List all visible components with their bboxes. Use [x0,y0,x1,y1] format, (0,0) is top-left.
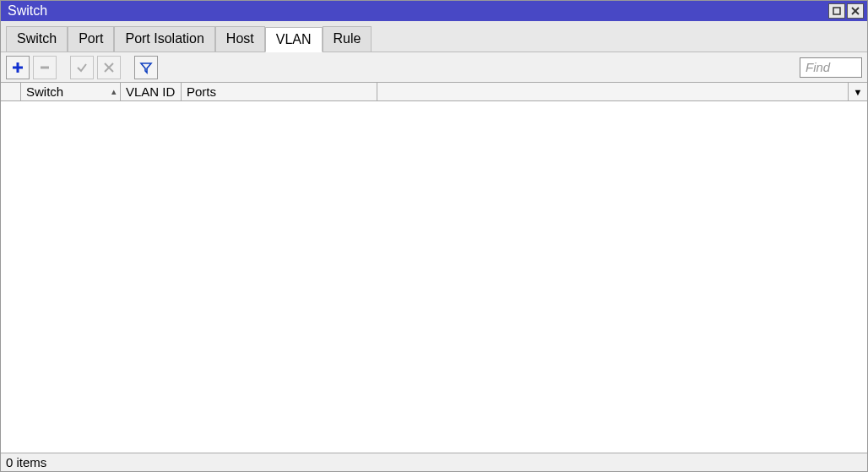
enable-button[interactable] [70,56,94,79]
table-body[interactable] [1,101,867,453]
filter-button[interactable] [134,56,158,79]
tab-label: Rule [334,31,361,46]
column-menu-button[interactable]: ▼ [849,83,867,100]
table-header: Switch ▴ VLAN ID Ports ▼ [1,83,867,101]
funnel-icon [139,61,153,74]
close-button[interactable] [847,3,864,19]
column-header-spacer[interactable] [377,83,849,100]
close-icon [850,6,860,16]
window: Switch Switch Port Port Isolation Host V… [0,0,868,472]
svg-rect-0 [833,8,840,14]
sort-indicator: ▴ [111,86,117,97]
status-bar: 0 items [1,453,867,471]
column-header-switch[interactable]: Switch ▴ [21,83,121,100]
window-title: Switch [8,3,827,19]
column-header-vlan-id[interactable]: VLAN ID [121,83,182,100]
titlebar: Switch [1,1,867,21]
find-input[interactable] [800,57,862,78]
tab-bar: Switch Port Port Isolation Host VLAN Rul… [1,21,867,52]
column-label: VLAN ID [126,84,175,99]
tab-switch[interactable]: Switch [6,26,68,52]
tab-label: Port [79,31,103,46]
add-button[interactable] [6,56,30,79]
minimize-icon [832,6,842,16]
tab-label: Port Isolation [125,31,203,46]
x-icon [102,61,116,74]
minimize-button[interactable] [828,3,845,19]
tab-vlan[interactable]: VLAN [265,27,323,52]
column-header-ports[interactable]: Ports [182,83,377,100]
toolbar [1,52,867,83]
tab-host[interactable]: Host [215,26,265,52]
plus-icon [11,61,24,74]
svg-marker-8 [141,63,151,73]
remove-button[interactable] [33,56,57,79]
tab-port-isolation[interactable]: Port Isolation [114,26,214,52]
chevron-down-icon: ▼ [854,87,863,97]
tab-port[interactable]: Port [68,26,114,52]
check-icon [75,61,89,74]
disable-button[interactable] [97,56,121,79]
tab-rule[interactable]: Rule [323,26,372,52]
tab-label: VLAN [276,32,312,46]
column-label: Ports [187,84,216,99]
minus-icon [38,61,52,74]
row-marker-column[interactable] [1,83,21,100]
column-label: Switch [26,84,63,99]
tab-label: Host [226,31,254,46]
item-count-label: 0 items [6,455,46,469]
tab-label: Switch [17,31,57,46]
